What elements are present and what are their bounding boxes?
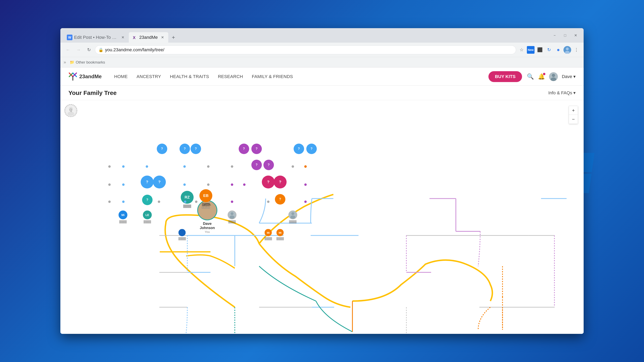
reload-button[interactable]: ↻ [84,45,94,54]
sync-icon[interactable]: ↻ [545,46,553,54]
q2-node[interactable]: ? [153,176,166,188]
qpink1-circle[interactable]: ? [262,176,275,188]
mi-circle-right1[interactable]: Mi [265,229,272,236]
qbluer1-circle[interactable]: ? [294,144,304,154]
q5-circle[interactable]: ? [157,144,167,154]
mi-label-right2: ████ [276,237,284,240]
tab2-close[interactable]: ✕ [160,35,165,40]
q1-node[interactable]: ? [141,176,154,188]
eb-circle[interactable]: EB [200,189,212,202]
nav-ancestry[interactable]: ANCESTRY [132,67,166,86]
qorange1-circle[interactable]: ? [275,194,285,205]
close-button[interactable]: ✕ [571,32,580,39]
logo-area: 23andMe [68,72,102,81]
qpur3-circle[interactable]: ? [251,160,262,170]
user-avatar[interactable] [549,72,558,81]
minimize-button[interactable]: − [550,32,560,39]
qpur2-circle[interactable]: ? [251,144,262,154]
tab1-close[interactable]: ✕ [121,35,125,40]
q7-circle[interactable]: ? [190,144,201,154]
zoom-out-button[interactable]: − [569,115,578,124]
dot-g9 [292,165,294,168]
forward-button[interactable]: → [74,45,83,54]
user-name[interactable]: Dave ▾ [562,74,576,79]
page-title-bar: Your Family Tree Info & FAQs ▾ [60,86,584,100]
qpur1-node[interactable]: ? [239,144,249,154]
right-avatar2-node[interactable]: ████ [288,211,297,223]
nav-home[interactable]: HOME [110,67,132,86]
rz-node[interactable]: RZ ████ [181,191,194,208]
buy-kits-button[interactable]: BUY KITS [488,71,522,82]
dot-g2 [207,165,210,168]
q6-node[interactable]: ? [180,144,190,154]
small-blue-node[interactable]: ████ [178,229,186,240]
qbluer2-circle[interactable]: ? [306,144,317,154]
dave-name-label: DaveJohnson [200,222,215,230]
q3-node[interactable]: ? [142,195,152,205]
q7-node[interactable]: ? [190,144,201,154]
bookmark-star-icon[interactable]: ☆ [518,46,526,54]
qpur1-circle[interactable]: ? [239,144,249,154]
dot-7 [184,201,186,203]
right-avatar1-node[interactable]: ████ [228,211,236,223]
logo-text: 23andMe [79,73,102,80]
tab-1[interactable]: W Edit Post • How-To Geek — Wor... ✕ [64,32,128,43]
q1-circle[interactable]: ? [141,176,154,188]
mi-circle-right2[interactable]: Mi [276,229,284,236]
desktop: W Edit Post • How-To Geek — Wor... ✕ X 2… [0,0,644,362]
rz-circle[interactable]: RZ [181,191,194,204]
mi-node-left[interactable]: Mi ████ [118,211,128,223]
new-tab-button[interactable]: + [169,33,178,42]
small-blue-circle[interactable] [178,229,186,236]
nav-health-traits[interactable]: HEALTH & TRAITS [166,67,213,86]
q6-circle[interactable]: ? [180,144,190,154]
qpink2-node[interactable]: ? [274,176,286,188]
qpink1-node[interactable]: ? [262,176,275,188]
qorange1-node[interactable]: ? [275,194,285,205]
qbluer1-node[interactable]: ? [294,144,304,154]
right-avatar1-circle[interactable] [228,211,236,219]
nav-family-friends[interactable]: FAMILY & FRIENDS [247,67,297,86]
dot-2 [146,165,148,168]
svg-point-16 [68,112,74,116]
back-button[interactable]: ← [64,45,72,54]
bell-icon[interactable]: 🔔 [538,73,545,80]
maximize-button[interactable]: □ [560,32,570,39]
dot-5 [183,183,186,186]
23andme-logo[interactable] [68,72,77,81]
qpur4-circle[interactable]: ? [264,160,274,170]
mi-node-right1[interactable]: Mi ████ [265,229,272,240]
q3-circle[interactable]: ? [142,195,152,205]
profile-avatar[interactable] [564,46,571,54]
extensions-icon[interactable]: ⬛ [536,46,544,54]
chrome-icon[interactable]: ● [554,46,562,54]
qpur2-node[interactable]: ? [251,144,262,154]
menu-icon[interactable]: ⋮ [572,46,580,54]
zoom-in-button[interactable]: + [569,106,578,115]
other-bookmarks-item[interactable]: 📁 Other bookmarks [68,59,107,65]
eb-node[interactable]: EB ████ Mother [200,189,212,209]
dot-g6 [158,201,160,203]
loading-indicator: Q [64,104,77,117]
qpink2-circle[interactable]: ? [274,176,286,188]
le-node[interactable]: LE ████ [143,211,152,223]
info-faqs-button[interactable]: Info & FAQs ▾ [548,90,576,95]
right-avatar2-circle[interactable] [288,211,297,219]
q5-node[interactable]: ? [157,144,167,154]
mi-node-right2[interactable]: Mi ████ [276,229,284,240]
q2-circle[interactable]: ? [153,176,166,188]
nav-research[interactable]: RESEARCH [214,67,248,86]
extension-new-icon[interactable]: New [527,46,534,54]
search-icon[interactable]: 🔍 [527,73,534,80]
tab-2[interactable]: X 23andMe ✕ [129,32,168,43]
le-circle[interactable]: LE [143,211,152,219]
qbluer2-node[interactable]: ? [306,144,317,154]
dot-6 [122,201,124,203]
address-bar[interactable]: 🔒 you.23andme.com/family/tree/ [95,45,516,54]
other-bookmarks-label: Other bookmarks [76,60,105,64]
family-tree-canvas: Q [60,100,584,334]
mi-circle-left[interactable]: Mi [118,211,128,219]
qpur4-node[interactable]: ? [264,160,274,170]
folder-icon: 📁 [70,60,74,64]
qpur3-node[interactable]: ? [251,160,262,170]
